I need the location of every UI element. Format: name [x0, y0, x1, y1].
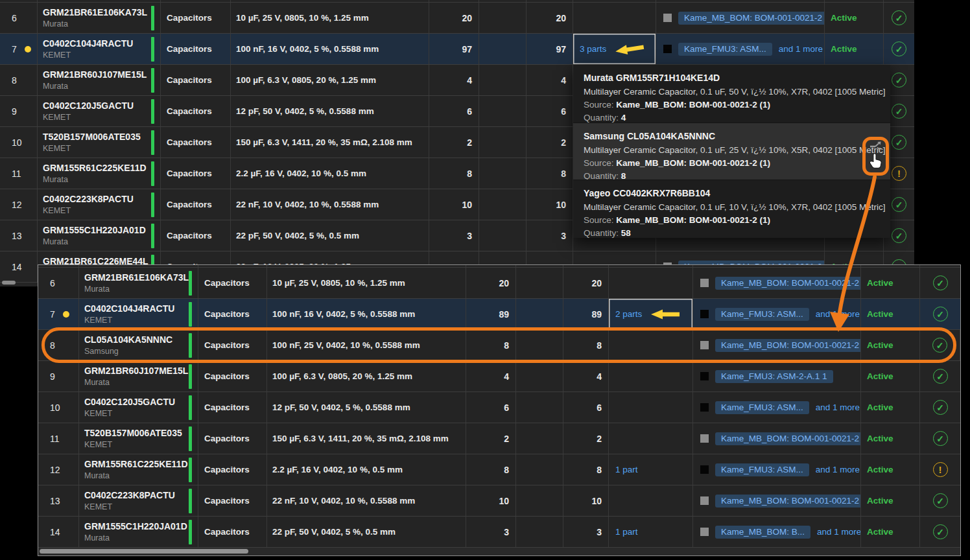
and-more-link[interactable]: and 1 more [817, 527, 861, 537]
category-label: Capacitors [204, 371, 250, 381]
bom-cell: Kame_FMU3: ASM...and 1 more [693, 392, 861, 423]
spacer-cell [516, 268, 563, 298]
parts-count-link[interactable]: 2 parts [615, 309, 642, 319]
part-number: C0402C104J4RACTU [84, 303, 174, 314]
part-number-cell[interactable]: C0402C104J4RACTUKEMET [38, 34, 161, 64]
bom-chip[interactable]: Kame_MB_BOM: BOM-001-0021-2 [715, 495, 861, 508]
parts-count-link[interactable]: 3 parts [580, 44, 606, 54]
matched-parts-cell[interactable] [609, 423, 693, 454]
row-number-cell: 12 [0, 189, 38, 220]
table-row[interactable]: 11T520B157M006ATE035KEMETCapacitors150 µ… [38, 423, 960, 454]
description-cell: 150 µF, 6.3 V, 1411, 20 %, 35 mΩ, 2.108 … [231, 127, 429, 158]
quantity-value: 8 [467, 169, 472, 179]
quantity-cell: 89 [466, 299, 516, 329]
part-number-cell[interactable]: GRM1555C1H220JA01DMurata [38, 220, 161, 251]
matched-parts-cell[interactable]: 1 part [609, 454, 693, 485]
black-square-icon [663, 45, 672, 53]
bom-chip[interactable]: Kame_MB_BOM: B... [715, 526, 810, 539]
bom-chip[interactable]: Kame_FMU3: ASM... [678, 43, 772, 56]
bom-chip[interactable]: Kame_MB_BOM: BOM-001-0021-2 [678, 12, 825, 25]
part-number-cell[interactable]: CL05A104KA5NNNCSamsung [79, 330, 198, 360]
bom-chip[interactable]: Kame_MB_BOM: BOM-001-0021-2 [715, 339, 861, 352]
part-number-cell[interactable]: C0402C223K8PACTUKEMET [79, 485, 198, 516]
check-icon: ✓ [892, 10, 906, 25]
matched-parts-cell[interactable] [609, 392, 693, 423]
quantity-label: Quantity: [584, 228, 619, 238]
part-number-cell[interactable]: GRM21BR60J107ME15LMurata [38, 65, 161, 95]
parts-count-link[interactable]: 1 part [615, 465, 638, 474]
bom-chip[interactable]: Kame_FMU3: ASM... [715, 463, 809, 476]
warning-icon: ! [892, 166, 906, 181]
required-quantity-cell: 4 [526, 65, 573, 95]
part-number-cell[interactable]: C0402C120J5GACTUKEMET [38, 96, 161, 126]
quantity-value: 8 [504, 465, 509, 475]
quantity-value: 10 [499, 496, 509, 506]
popup-item[interactable]: Yageo CC0402KRX7R6BB104Multilayer Cerami… [573, 180, 890, 238]
part-number-cell[interactable]: GRM155R61C225KE11DMurata [38, 158, 161, 189]
table-row[interactable]: 13C0402C223K8PACTUKEMETCapacitors22 nF, … [38, 485, 960, 517]
category-cell: Capacitors [161, 34, 231, 64]
bom-chip[interactable]: Kame_FMU3: ASM-2-A.1 1 [715, 370, 833, 383]
part-number-cell[interactable]: GRM21BR60J107ME15LMurata [79, 361, 198, 391]
matched-parts-cell[interactable]: 2 parts [609, 299, 693, 329]
part-number-cell[interactable]: GRM21BR61E106KA73LMurata [79, 268, 198, 298]
row-number: 8 [50, 340, 55, 351]
table-row[interactable]: 7C0402C104J4RACTUKEMETCapacitors100 nF, … [38, 299, 960, 330]
table-row[interactable]: 12GRM155R61C225KE11DMurataCapacitors2.2 … [38, 454, 960, 485]
matched-parts-cell[interactable] [609, 485, 693, 516]
check-icon: ✓ [932, 338, 947, 353]
and-more-link[interactable]: and 1 more [816, 309, 860, 319]
matched-parts-cell[interactable]: 3 parts [573, 34, 656, 64]
quantity-cell: 2 [466, 423, 516, 454]
quantity-cell: 8 [466, 454, 516, 485]
scrollbar-thumb[interactable] [40, 549, 248, 554]
bom-cell: Kame_FMU3: ASM...and 1 more [693, 454, 861, 485]
table-row[interactable]: 10C0402C120J5GACTUKEMETCapacitors12 pF, … [38, 392, 960, 423]
cell [479, 0, 526, 2]
matched-parts-cell[interactable] [573, 3, 656, 33]
and-more-link[interactable]: and 1 more [816, 465, 860, 474]
quantity-cell: 10 [429, 189, 479, 220]
bom-chip[interactable]: Kame_FMU3: ASM... [715, 308, 809, 321]
manufacturer-name: KEMET [84, 440, 112, 449]
bom-chip[interactable]: Kame_MB_BOM: BOM-001-0021-2 [715, 432, 861, 445]
part-number-cell[interactable]: GRM155R61C225KE11DMurata [79, 454, 198, 485]
popup-item[interactable]: Samsung CL05A104KA5NNNCMultilayer Cerami… [573, 122, 890, 180]
row-number: 10 [50, 402, 60, 413]
description-cell: 12 pF, 50 V, 0402, 5 %, 0.5588 mm [267, 392, 466, 423]
table-row[interactable]: 9GRM21BR60J107ME15LMurataCapacitors100 µ… [38, 361, 960, 392]
description-text: 22 nF, 10 V, 0402, 10 %, 0.5588 mm [272, 496, 415, 506]
matched-parts-cell[interactable] [609, 361, 693, 391]
table-row[interactable]: 6GRM21BR61E106KA73LMurataCapacitors10 µF… [38, 268, 960, 299]
bom-chip[interactable]: Kame_MB_BOM: BOM-001-0021-2 [715, 277, 861, 290]
row-number-cell: 10 [38, 392, 79, 423]
parts-count-link[interactable]: 1 part [615, 527, 638, 537]
row-number: 8 [12, 75, 17, 86]
cell [0, 0, 38, 2]
table-row[interactable]: 14GRM1555C1H220JA01DMurataCapacitors22 p… [38, 517, 960, 548]
horizontal-scrollbar[interactable] [38, 548, 960, 555]
matched-parts-cell[interactable]: 1 part [609, 517, 693, 547]
part-number-cell[interactable]: T520B157M006ATE035KEMET [79, 423, 198, 454]
bom-chip[interactable]: Kame_FMU3: ASM... [715, 401, 809, 414]
part-number-cell[interactable]: C0402C223K8PACTUKEMET [38, 189, 161, 220]
and-more-link[interactable]: and 1 more [779, 44, 823, 54]
matched-parts-cell[interactable] [609, 268, 693, 298]
cell [563, 265, 609, 267]
part-number-cell[interactable]: GRM21BR61E106KA73LMurata [38, 3, 161, 33]
quantity-value: 2 [504, 434, 509, 444]
part-number-cell[interactable]: GRM1555C1H220JA01DMurata [79, 517, 198, 547]
popup-item[interactable]: Murata GRM155R71H104KE14DMultilayer Cera… [573, 65, 890, 122]
table-row[interactable]: 8CL05A104KA5NNNCSamsungCapacitors100 nF,… [38, 330, 960, 361]
cell [825, 0, 884, 2]
horizontal-scrollbar-thumb[interactable] [2, 281, 16, 285]
table-row[interactable]: 6GRM21BR61E106KA73LMurataCapacitors10 µF… [0, 3, 914, 34]
part-number-cell[interactable]: C0402C120J5GACTUKEMET [79, 392, 198, 423]
part-number-cell[interactable]: C0402C104J4RACTUKEMET [79, 299, 198, 329]
category-cell: Capacitors [198, 392, 267, 423]
part-number-cell[interactable]: T520B157M006ATE035KEMET [38, 127, 161, 158]
spacer-cell [516, 485, 563, 516]
matched-parts-cell[interactable] [609, 330, 693, 360]
and-more-link[interactable]: and 1 more [816, 402, 860, 412]
table-row[interactable]: 7C0402C104J4RACTUKEMETCapacitors100 nF, … [0, 34, 914, 65]
